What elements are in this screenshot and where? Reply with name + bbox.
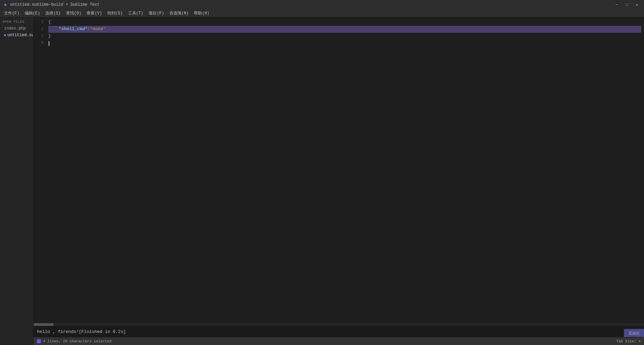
menu-project[interactable]: 项目(P) bbox=[146, 10, 167, 17]
menu-find[interactable]: 查找(D) bbox=[63, 10, 84, 17]
line3-brace: } bbox=[48, 33, 51, 40]
line-number-3: 3 bbox=[36, 33, 44, 40]
line1-brace: { bbox=[48, 19, 51, 26]
menu-view[interactable]: 查看(V) bbox=[84, 10, 105, 17]
menu-file[interactable]: 文件(F) bbox=[1, 10, 22, 17]
minimize-button[interactable]: ─ bbox=[612, 1, 621, 8]
output-panel: hello , firends![Finished in 0.2s] bbox=[34, 326, 644, 337]
status-left: 4 lines, 25 characters selected bbox=[37, 339, 112, 343]
line-numbers: 1 2 3 4 bbox=[34, 19, 46, 323]
menu-preferences[interactable]: 首选项(N) bbox=[167, 10, 192, 17]
menu-edit[interactable]: 编辑(E) bbox=[22, 10, 43, 17]
horizontal-scrollbar[interactable] bbox=[34, 323, 54, 326]
window-controls: ─ □ ✕ bbox=[612, 1, 641, 8]
menu-tools[interactable]: 工具(T) bbox=[125, 10, 146, 17]
sidebar: OPEN FILES index.php untitled.sublime... bbox=[0, 17, 34, 345]
status-tab-size: Tab Size: 4 bbox=[616, 339, 641, 343]
code-line-2: "shell_cmd": "make" bbox=[48, 26, 641, 33]
sidebar-file-untitled[interactable]: untitled.sublime... bbox=[0, 32, 33, 39]
text-cursor bbox=[49, 41, 49, 46]
line-number-1: 1 bbox=[36, 19, 44, 26]
app-icon: ◆ bbox=[3, 2, 8, 7]
status-lines-info: 4 lines, 25 characters selected bbox=[43, 339, 112, 343]
code-line-4 bbox=[48, 40, 641, 47]
sidebar-file-name-untitled: untitled.sublime... bbox=[7, 33, 33, 38]
line2-key: "shell_cmd" bbox=[59, 26, 88, 33]
editor-area: 1 2 3 4 { "shell_cmd": "make" } bbox=[34, 17, 644, 345]
corner-button[interactable]: 亿运云 bbox=[624, 329, 644, 337]
menubar: 文件(F) 编辑(E) 选择(S) 查找(D) 查看(V) 转到(G) 工具(T… bbox=[0, 9, 644, 17]
menu-goto[interactable]: 转到(G) bbox=[105, 10, 125, 17]
line2-value: "make" bbox=[90, 26, 106, 33]
line2-indent bbox=[48, 26, 59, 33]
close-button[interactable]: ✕ bbox=[633, 1, 641, 8]
menu-select[interactable]: 选择(S) bbox=[43, 10, 63, 17]
code-line-1: { bbox=[48, 19, 641, 26]
line-number-2: 2 bbox=[36, 26, 44, 33]
line2-colon: : bbox=[88, 26, 90, 33]
status-right: Tab Size: 4 bbox=[616, 339, 641, 343]
restore-button[interactable]: □ bbox=[623, 1, 631, 8]
output-text: hello , firends![Finished in 0.2s] bbox=[37, 329, 126, 334]
titlebar: ◆ untitled.sublime-build • Sublime Text … bbox=[0, 0, 644, 9]
code-content[interactable]: { "shell_cmd": "make" } bbox=[46, 19, 644, 323]
horizontal-scrollbar-area bbox=[34, 323, 644, 326]
menu-help[interactable]: 帮助(H) bbox=[191, 10, 212, 17]
sidebar-file-name-index: index.php bbox=[4, 26, 26, 31]
statusbar: 4 lines, 25 characters selected Tab Size… bbox=[34, 337, 644, 345]
code-line-3: } bbox=[48, 33, 641, 40]
line-number-4: 4 bbox=[36, 40, 44, 47]
sidebar-file-index[interactable]: index.php bbox=[0, 25, 33, 32]
main-area: OPEN FILES index.php untitled.sublime...… bbox=[0, 17, 644, 345]
modified-dot-icon bbox=[4, 34, 6, 36]
window-title: untitled.sublime-build • Sublime Text bbox=[10, 2, 612, 7]
code-editor[interactable]: 1 2 3 4 { "shell_cmd": "make" } bbox=[34, 17, 644, 323]
status-icon bbox=[37, 339, 41, 343]
open-files-label: OPEN FILES bbox=[0, 17, 33, 25]
